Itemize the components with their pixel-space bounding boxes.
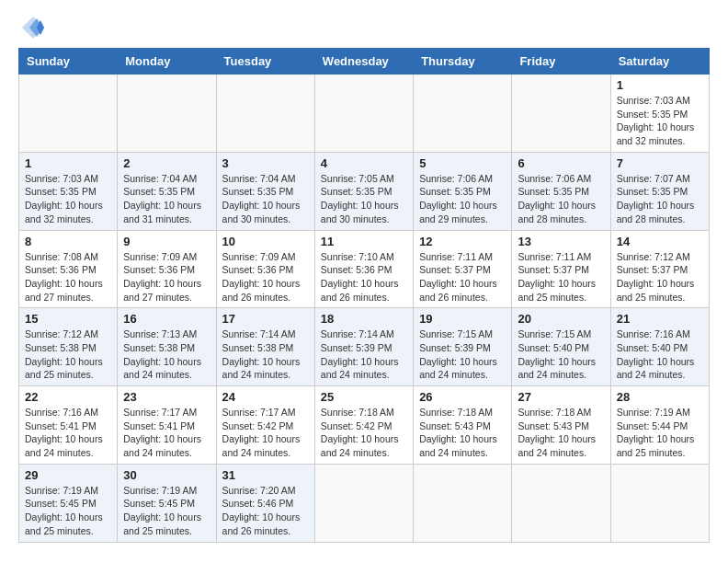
header-day-saturday: Saturday: [610, 49, 709, 75]
day-info: Sunrise: 7:19 AM Sunset: 5:45 PM Dayligh…: [25, 484, 111, 538]
day-number: 7: [617, 156, 703, 170]
day-number: 26: [419, 390, 506, 404]
day-number: 1: [25, 156, 111, 170]
day-number: 13: [518, 235, 604, 248]
day-info: Sunrise: 7:18 AM Sunset: 5:43 PM Dayligh…: [419, 406, 506, 460]
day-info: Sunrise: 7:14 AM Sunset: 5:38 PM Dayligh…: [222, 327, 309, 382]
day-number: 3: [222, 156, 309, 170]
day-number: 14: [617, 235, 703, 248]
calendar-week-row: 1Sunrise: 7:03 AM Sunset: 5:35 PM Daylig…: [19, 152, 710, 230]
day-info: Sunrise: 7:18 AM Sunset: 5:43 PM Dayligh…: [518, 406, 604, 460]
day-number: 2: [123, 156, 210, 170]
day-info: Sunrise: 7:17 AM Sunset: 5:42 PM Dayligh…: [222, 406, 309, 460]
header-day-wednesday: Wednesday: [314, 49, 413, 75]
calendar-cell: 14Sunrise: 7:12 AM Sunset: 5:37 PM Dayli…: [610, 230, 709, 308]
day-info: Sunrise: 7:10 AM Sunset: 5:36 PM Dayligh…: [321, 250, 407, 304]
day-number: 31: [222, 468, 309, 482]
calendar-cell: 27Sunrise: 7:18 AM Sunset: 5:43 PM Dayli…: [512, 386, 610, 465]
calendar-cell: 23Sunrise: 7:17 AM Sunset: 5:41 PM Dayli…: [118, 386, 216, 465]
day-number: 9: [123, 235, 210, 248]
day-info: Sunrise: 7:04 AM Sunset: 5:35 PM Dayligh…: [123, 172, 210, 226]
header-day-friday: Friday: [512, 49, 610, 75]
day-number: 29: [25, 468, 111, 482]
calendar-cell: 1Sunrise: 7:03 AM Sunset: 5:35 PM Daylig…: [610, 75, 709, 153]
calendar-week-row: 15Sunrise: 7:12 AM Sunset: 5:38 PM Dayli…: [19, 308, 710, 386]
calendar-table: SundayMondayTuesdayWednesdayThursdayFrid…: [18, 48, 710, 543]
calendar-cell: [19, 75, 118, 153]
calendar-cell: 8Sunrise: 7:08 AM Sunset: 5:36 PM Daylig…: [19, 230, 118, 308]
day-number: 19: [419, 312, 506, 326]
calendar-cell: 5Sunrise: 7:06 AM Sunset: 5:35 PM Daylig…: [414, 152, 512, 230]
day-info: Sunrise: 7:06 AM Sunset: 5:35 PM Dayligh…: [419, 172, 506, 226]
calendar-cell: 25Sunrise: 7:18 AM Sunset: 5:42 PM Dayli…: [314, 386, 413, 465]
day-info: Sunrise: 7:19 AM Sunset: 5:45 PM Dayligh…: [123, 484, 210, 538]
day-number: 18: [321, 312, 407, 326]
day-info: Sunrise: 7:08 AM Sunset: 5:36 PM Dayligh…: [25, 250, 111, 304]
calendar-cell: [512, 75, 610, 153]
calendar-cell: 19Sunrise: 7:15 AM Sunset: 5:39 PM Dayli…: [414, 308, 512, 386]
day-info: Sunrise: 7:20 AM Sunset: 5:46 PM Dayligh…: [222, 484, 309, 538]
calendar-cell: 6Sunrise: 7:06 AM Sunset: 5:35 PM Daylig…: [512, 152, 610, 230]
header-day-monday: Monday: [118, 49, 216, 75]
day-info: Sunrise: 7:16 AM Sunset: 5:41 PM Dayligh…: [25, 406, 111, 460]
day-info: Sunrise: 7:11 AM Sunset: 5:37 PM Dayligh…: [419, 250, 506, 304]
day-number: 21: [617, 312, 703, 326]
day-info: Sunrise: 7:15 AM Sunset: 5:39 PM Dayligh…: [419, 327, 506, 382]
day-info: Sunrise: 7:04 AM Sunset: 5:35 PM Dayligh…: [222, 172, 309, 226]
day-number: 4: [321, 156, 407, 170]
calendar-cell: 28Sunrise: 7:19 AM Sunset: 5:44 PM Dayli…: [610, 386, 709, 465]
day-info: Sunrise: 7:06 AM Sunset: 5:35 PM Dayligh…: [518, 172, 604, 226]
day-info: Sunrise: 7:18 AM Sunset: 5:42 PM Dayligh…: [321, 406, 407, 460]
calendar-cell: [414, 464, 512, 542]
calendar-cell: 31Sunrise: 7:20 AM Sunset: 5:46 PM Dayli…: [216, 464, 314, 542]
calendar-cell: 22Sunrise: 7:16 AM Sunset: 5:41 PM Dayli…: [19, 386, 118, 465]
calendar-cell: [314, 464, 413, 542]
logo: [18, 15, 46, 40]
header-day-tuesday: Tuesday: [216, 49, 314, 75]
header-day-sunday: Sunday: [19, 49, 118, 75]
day-number: 10: [222, 235, 309, 248]
day-number: 23: [123, 390, 210, 404]
day-number: 25: [321, 390, 407, 404]
header-row: SundayMondayTuesdayWednesdayThursdayFrid…: [19, 49, 710, 75]
calendar-cell: 7Sunrise: 7:07 AM Sunset: 5:35 PM Daylig…: [610, 152, 709, 230]
day-number: 5: [419, 156, 506, 170]
day-info: Sunrise: 7:07 AM Sunset: 5:35 PM Dayligh…: [617, 172, 703, 226]
calendar-cell: 4Sunrise: 7:05 AM Sunset: 5:35 PM Daylig…: [314, 152, 413, 230]
calendar-cell: [314, 75, 413, 153]
calendar-cell: 13Sunrise: 7:11 AM Sunset: 5:37 PM Dayli…: [512, 230, 610, 308]
day-number: 6: [518, 156, 604, 170]
day-info: Sunrise: 7:15 AM Sunset: 5:40 PM Dayligh…: [518, 327, 604, 382]
calendar-cell: 26Sunrise: 7:18 AM Sunset: 5:43 PM Dayli…: [414, 386, 512, 465]
calendar-cell: 2Sunrise: 7:04 AM Sunset: 5:35 PM Daylig…: [118, 152, 216, 230]
calendar-cell: [118, 75, 216, 153]
calendar-cell: [610, 464, 709, 542]
day-info: Sunrise: 7:16 AM Sunset: 5:40 PM Dayligh…: [617, 327, 703, 382]
day-info: Sunrise: 7:12 AM Sunset: 5:37 PM Dayligh…: [617, 250, 703, 304]
day-number: 1: [617, 78, 703, 92]
calendar-cell: [414, 75, 512, 153]
header: [18, 15, 710, 40]
calendar-cell: 18Sunrise: 7:14 AM Sunset: 5:39 PM Dayli…: [314, 308, 413, 386]
day-number: 8: [25, 235, 111, 248]
calendar-cell: 29Sunrise: 7:19 AM Sunset: 5:45 PM Dayli…: [19, 464, 118, 542]
day-number: 27: [518, 390, 604, 404]
calendar-week-row: 29Sunrise: 7:19 AM Sunset: 5:45 PM Dayli…: [19, 464, 710, 542]
calendar-cell: 10Sunrise: 7:09 AM Sunset: 5:36 PM Dayli…: [216, 230, 314, 308]
day-number: 24: [222, 390, 309, 404]
day-info: Sunrise: 7:09 AM Sunset: 5:36 PM Dayligh…: [123, 250, 210, 304]
calendar-cell: 11Sunrise: 7:10 AM Sunset: 5:36 PM Dayli…: [314, 230, 413, 308]
day-number: 22: [25, 390, 111, 404]
day-number: 28: [617, 390, 703, 404]
day-info: Sunrise: 7:12 AM Sunset: 5:38 PM Dayligh…: [25, 327, 111, 382]
calendar-week-row: 22Sunrise: 7:16 AM Sunset: 5:41 PM Dayli…: [19, 386, 710, 465]
calendar-cell: 1Sunrise: 7:03 AM Sunset: 5:35 PM Daylig…: [19, 152, 118, 230]
calendar-cell: 12Sunrise: 7:11 AM Sunset: 5:37 PM Dayli…: [414, 230, 512, 308]
day-number: 30: [123, 468, 210, 482]
day-number: 11: [321, 235, 407, 248]
calendar-week-row: 1Sunrise: 7:03 AM Sunset: 5:35 PM Daylig…: [19, 75, 710, 153]
calendar-cell: [216, 75, 314, 153]
day-number: 16: [123, 312, 210, 326]
calendar-cell: 21Sunrise: 7:16 AM Sunset: 5:40 PM Dayli…: [610, 308, 709, 386]
day-info: Sunrise: 7:05 AM Sunset: 5:35 PM Dayligh…: [321, 172, 407, 226]
